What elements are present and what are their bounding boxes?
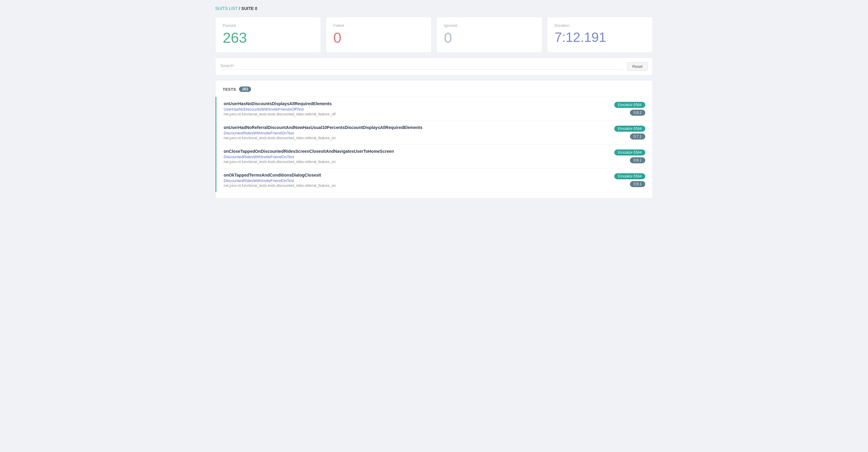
test-info: onCloseTappedOnDiscountedRidesScreenClos… xyxy=(224,149,607,164)
test-meta: Emulator-5564 0:9.1 xyxy=(614,173,645,187)
breadcrumb-suits-list-link[interactable]: SUITS LIST xyxy=(215,6,238,11)
test-package: net.juno.rd.functional_tests.tests.disco… xyxy=(224,136,607,140)
test-meta: Emulator-5564 0:7.1 xyxy=(614,126,645,139)
test-class[interactable]: DiscountedRidesWithInviteFriendOnTest xyxy=(224,179,607,183)
test-item: onUserHasNoDiscountsDisplaysAllRequiredE… xyxy=(216,97,652,121)
breadcrumb-separator: / xyxy=(239,6,240,11)
test-class[interactable]: DiscountedRidesWithInviteFriendOnTest xyxy=(224,131,607,135)
test-name: onUserHasNoDiscountsDisplaysAllRequiredE… xyxy=(224,101,607,106)
passed-label: Passed xyxy=(223,23,313,28)
breadcrumb-current: SUITE 0 xyxy=(241,6,257,11)
reset-button[interactable]: Reset xyxy=(627,62,648,71)
emulator-badge: Emulator-5564 xyxy=(614,173,645,179)
failed-card: Failed 0 xyxy=(326,17,432,53)
test-meta: Emulator-5564 0:8.2 xyxy=(614,102,645,116)
ignored-value: 0 xyxy=(444,31,535,45)
test-class[interactable]: DiscountedRidesWithInviteFriendOnTest xyxy=(224,155,607,159)
emulator-badge: Emulator-5564 xyxy=(614,150,645,156)
test-name: onCloseTappedOnDiscountedRidesScreenClos… xyxy=(224,149,607,154)
failed-value: 0 xyxy=(333,31,424,45)
search-input[interactable] xyxy=(220,63,622,70)
failed-label: Failed xyxy=(333,23,424,28)
test-info: onUserHadNoReferralDiscountAndNowHasUsua… xyxy=(224,125,607,140)
breadcrumb: SUITS LIST / SUITE 0 xyxy=(215,6,653,11)
emulator-badge: Emulator-5564 xyxy=(614,126,645,132)
stats-row: Passed 263 Failed 0 Ignored 0 Duration 7… xyxy=(215,17,653,53)
tests-section: TESTS 263 onUserHasNoDiscountsDisplaysAl… xyxy=(215,80,653,198)
test-info: onUserHasNoDiscountsDisplaysAllRequiredE… xyxy=(224,101,607,116)
test-list: onUserHasNoDiscountsDisplaysAllRequiredE… xyxy=(216,97,652,192)
duration-badge: 0:8.2 xyxy=(630,110,645,116)
test-item: onUserHadNoReferralDiscountAndNowHasUsua… xyxy=(216,121,652,144)
passed-value: 263 xyxy=(223,31,313,45)
test-name: onUserHadNoReferralDiscountAndNowHasUsua… xyxy=(224,125,607,130)
duration-card: Duration 7:12.191 xyxy=(547,17,653,53)
duration-badge: 0:9.1 xyxy=(630,181,645,187)
test-item: onCloseTappedOnDiscountedRidesScreenClos… xyxy=(216,144,652,168)
page-container: SUITS LIST / SUITE 0 Passed 263 Failed 0… xyxy=(208,0,660,204)
tests-title: TESTS xyxy=(223,87,236,92)
test-package: net.juno.rd.functional_tests.tests.disco… xyxy=(224,160,607,164)
duration-label: Duration xyxy=(555,23,645,28)
duration-badge: 0:8.1 xyxy=(630,157,645,163)
passed-card: Passed 263 xyxy=(215,17,321,53)
test-package: net.juno.rd.functional_tests.tests.disco… xyxy=(224,112,607,116)
search-bar-container: Reset xyxy=(215,58,653,75)
duration-badge: 0:7.1 xyxy=(630,133,645,139)
test-meta: Emulator-5564 0:8.1 xyxy=(614,150,645,163)
duration-value: 7:12.191 xyxy=(555,31,645,44)
ignored-label: Ignored xyxy=(444,23,535,28)
test-package: net.juno.rd.functional_tests.tests.disco… xyxy=(224,184,607,188)
test-item: onOkTappedTermsAndConditionsDialogCloses… xyxy=(216,168,652,192)
emulator-badge: Emulator-5564 xyxy=(614,102,645,108)
test-info: onOkTappedTermsAndConditionsDialogCloses… xyxy=(224,173,607,188)
tests-header: TESTS 263 xyxy=(216,87,652,97)
test-class[interactable]: UserHasNoDiscountsWithInviteFriendsOffTe… xyxy=(224,107,607,111)
ignored-card: Ignored 0 xyxy=(436,17,542,53)
test-name: onOkTappedTermsAndConditionsDialogCloses… xyxy=(224,173,607,177)
tests-count-badge: 263 xyxy=(239,87,251,92)
